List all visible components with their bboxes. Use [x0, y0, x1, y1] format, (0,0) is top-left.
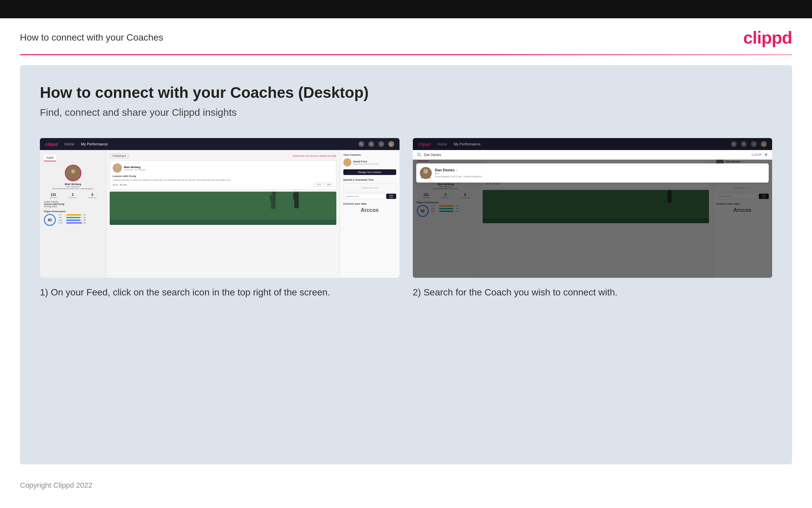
app-btn[interactable]: APP: [324, 183, 333, 186]
stat-activities: 131 Activities: [50, 193, 57, 199]
player-performance: Player Performance 92 OTT 90 APP: [44, 210, 102, 224]
svg-point-5: [71, 169, 75, 173]
svg-point-3: [381, 144, 382, 145]
user-icon[interactable]: [368, 141, 374, 147]
result-name: Dan Davies ✓: [435, 168, 482, 172]
mock-nav-performance: My Performance: [81, 142, 108, 146]
arccos-section: Connect your data Arccos: [343, 202, 396, 213]
search-bar-overlay: Dan Davies CLEAR ✕: [413, 150, 772, 160]
svg-rect-7: [110, 220, 336, 225]
mock-nav-icons: [358, 141, 394, 147]
mock-right-panel: Your Coaches David Ford Royal North Devo…: [340, 150, 399, 278]
stat-followers: 3 Followers: [68, 193, 77, 199]
page-title: How to connect with your Coaches: [20, 32, 163, 43]
score-circle: 92: [44, 214, 56, 226]
screenshot-2: clippd Home My Performance: [413, 138, 772, 278]
feed-tab[interactable]: Feed: [44, 155, 56, 161]
top-bar: [0, 0, 812, 18]
following-button[interactable]: Following ▾: [110, 153, 129, 158]
upload-section: Upload a Trackman Test Trackman Link Add…: [343, 178, 396, 199]
profile-avatar: [65, 165, 82, 181]
bar-ott: OTT 90: [58, 214, 102, 216]
svg-rect-16: [273, 201, 276, 209]
svg-point-30: [423, 169, 428, 174]
control-link[interactable]: Control who can see your activity and da…: [292, 155, 336, 157]
mock-nav-1: clippd Home My Performance: [40, 138, 399, 150]
trackman-link-box: Trackman Link: [343, 183, 396, 192]
panel-1: clippd Home My Performance: [40, 138, 399, 299]
panels-container: clippd Home My Performance: [40, 138, 772, 299]
trackman-link-input[interactable]: [343, 194, 385, 199]
golf-image: [110, 192, 336, 225]
svg-rect-10: [293, 193, 295, 200]
svg-point-4: [390, 143, 391, 144]
off-btn[interactable]: OTT: [315, 183, 323, 186]
coach-card: Blair McHarg Yesterday - Sunningdale Les…: [110, 160, 336, 189]
performance-bars: OTT 90 APP 85 ARG: [58, 214, 102, 224]
footer: Copyright Clippd 2022: [0, 474, 812, 496]
step-1-label: 1) On your Feed, click on the search ico…: [40, 286, 399, 299]
screenshot-1: clippd Home My Performance: [40, 138, 399, 278]
copyright-text: Copyright Clippd 2022: [20, 481, 92, 490]
following-row: Following ▾ Control who can see your act…: [110, 153, 336, 158]
result-club: Sunningdale Golf Club, United Kingdom: [435, 175, 482, 178]
close-search-button[interactable]: ✕: [764, 152, 768, 157]
coach-header: Blair McHarg Yesterday - Sunningdale: [113, 163, 333, 173]
stat-following: 4 Following: [88, 193, 96, 199]
svg-rect-15: [270, 195, 272, 201]
mock-left-panel: Feed Blair McHarg Plus Handicap Royal No…: [40, 150, 106, 278]
mock-body-1: Feed Blair McHarg Plus Handicap Royal No…: [40, 150, 399, 278]
mock-profile: Blair McHarg Plus Handicap Royal North D…: [44, 165, 102, 189]
your-coach-row: David Ford Royal North Devon Golf Club: [343, 158, 396, 166]
add-link-button[interactable]: Add Link: [386, 194, 396, 199]
result-avatar: [420, 167, 432, 179]
main-content: How to connect with your Coaches (Deskto…: [20, 65, 792, 464]
result-badge-label: Pro: [435, 172, 482, 175]
svg-line-29: [420, 156, 421, 157]
coach-mini-avatar: [343, 158, 351, 166]
arccos-logo: Arccos: [343, 207, 396, 213]
header-divider: [20, 54, 792, 55]
bar-app: APP 85: [58, 217, 102, 219]
profile-name: Blair McHarg: [65, 183, 81, 186]
svg-rect-12: [294, 200, 296, 209]
svg-point-28: [418, 153, 420, 156]
mock-middle-panel: Following ▾ Control who can see your act…: [106, 150, 340, 278]
step-2-label: 2) Search for the Coach you wish to conn…: [413, 286, 772, 299]
search-icon[interactable]: [358, 141, 364, 147]
settings-icon[interactable]: [378, 141, 384, 147]
main-heading: How to connect with your Coaches (Deskto…: [40, 84, 772, 101]
header: How to connect with your Coaches clippd: [0, 18, 812, 54]
main-subheading: Find, connect and share your Clippd insi…: [40, 107, 772, 118]
manage-coaches-button[interactable]: Manage Your Coaches: [343, 169, 396, 175]
svg-point-2: [371, 143, 372, 144]
svg-rect-17: [271, 201, 274, 209]
stats-row: 131 Activities 3 Followers 4 Following: [44, 193, 102, 199]
svg-rect-11: [296, 200, 299, 209]
search-icon-overlay: [417, 153, 422, 157]
panel-2: clippd Home My Performance: [413, 138, 772, 299]
svg-point-0: [360, 143, 362, 145]
avatar-icon[interactable]: [388, 141, 394, 147]
bar-putt: PUTT 96: [58, 222, 102, 224]
bar-arg: ARG 86: [58, 219, 102, 221]
mock-nav-home: Home: [64, 142, 74, 146]
search-result-dropdown: Dan Davies ✓ Pro Sunningdale Golf Club, …: [416, 163, 769, 183]
svg-line-1: [362, 144, 363, 145]
mock-logo-1: clippd: [45, 142, 58, 147]
profile-club: Royal North Devon Golf Club, United King…: [52, 187, 93, 189]
latest-activity-label: Latest Activity Lesson with Fordy 03 Aug…: [44, 201, 102, 208]
clippd-logo: clippd: [743, 28, 792, 48]
coach-avatar: [113, 163, 122, 173]
search-input-overlay[interactable]: Dan Davies: [424, 153, 749, 157]
clear-button[interactable]: CLEAR: [752, 153, 761, 156]
result-badge: ✓: [456, 169, 458, 172]
